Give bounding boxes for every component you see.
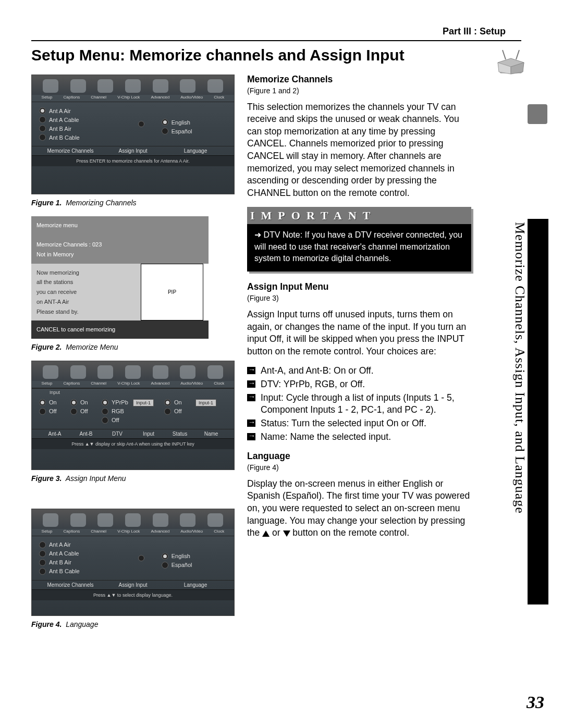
assign-body: Assign Input turns off unused inputs, tu… bbox=[247, 309, 471, 358]
up-triangle-icon bbox=[262, 530, 270, 537]
page-header: Part III : Setup bbox=[31, 26, 537, 37]
important-text: DTV Note: If you have a DTV receiver con… bbox=[254, 230, 462, 263]
assign-list: Ant-A, and Ant-B: On or Off. DTV: YPrPb,… bbox=[247, 365, 471, 443]
figure-4: SetupCaptionsChannelV-Chip LockAdvancedA… bbox=[31, 509, 235, 616]
figures-column: SetupCaptionsChannelV-Chip LockAdvancedA… bbox=[31, 72, 235, 628]
figure-2-caption: Figure 2. Memorize Menu bbox=[31, 343, 235, 351]
important-box: IMPORTANT ➜ DTV Note: If you have a DTV … bbox=[247, 207, 471, 272]
figure-4-caption: Figure 4. Language bbox=[31, 620, 235, 628]
page-title: Setup Menu: Memorize channels and Assign… bbox=[31, 46, 422, 64]
side-tab-bar bbox=[528, 219, 548, 604]
language-heading: Language bbox=[247, 450, 471, 463]
header-rule bbox=[31, 40, 521, 41]
svg-line-3 bbox=[503, 50, 506, 59]
svg-line-4 bbox=[516, 50, 519, 59]
figure-3-caption: Figure 3. Assign Input Menu bbox=[31, 474, 235, 483]
figure-1: SetupCaptionsChannelV-Chip LockAdvancedA… bbox=[31, 75, 235, 194]
list-item: DTV: YPrPb, RGB, or Off. bbox=[247, 378, 471, 391]
memorize-figref: (Figure 1 and 2) bbox=[247, 86, 471, 96]
page-number: 33 bbox=[527, 693, 544, 712]
arrow-icon: ➜ bbox=[254, 230, 261, 239]
list-item: Ant-A, and Ant-B: On or Off. bbox=[247, 365, 471, 377]
figure-2: Memorize menu Memorize Channels : 023 No… bbox=[31, 216, 209, 339]
list-item: Status: Turn the selected input On or Of… bbox=[247, 417, 471, 430]
down-triangle-icon bbox=[283, 530, 290, 537]
assign-heading: Assign Input Menu bbox=[247, 281, 471, 293]
figure-1-caption: Figure 1. Memorizing Channels bbox=[31, 199, 235, 207]
list-item: Name: Name the selected input. bbox=[247, 431, 471, 443]
assign-figref: (Figure 3) bbox=[247, 293, 471, 303]
side-logo-icon bbox=[528, 104, 547, 124]
side-tab-label: Memorize Channels, Assign Input, and Lan… bbox=[512, 222, 528, 514]
figure-3: SetupCaptionsChannelV-Chip LockAdvancedA… bbox=[31, 361, 235, 470]
text-column: Memorize Channels (Figure 1 and 2) This … bbox=[247, 72, 471, 628]
language-body: Display the on-screen menus in either En… bbox=[247, 478, 471, 539]
language-figref: (Figure 4) bbox=[247, 463, 471, 473]
box-illustration-icon bbox=[495, 47, 527, 76]
memorize-body: This selection memorizes the channels yo… bbox=[247, 101, 471, 200]
list-item: Input: Cycle through a list of inputs (I… bbox=[247, 392, 471, 416]
memorize-heading: Memorize Channels bbox=[247, 73, 471, 86]
important-title: IMPORTANT bbox=[247, 207, 471, 225]
